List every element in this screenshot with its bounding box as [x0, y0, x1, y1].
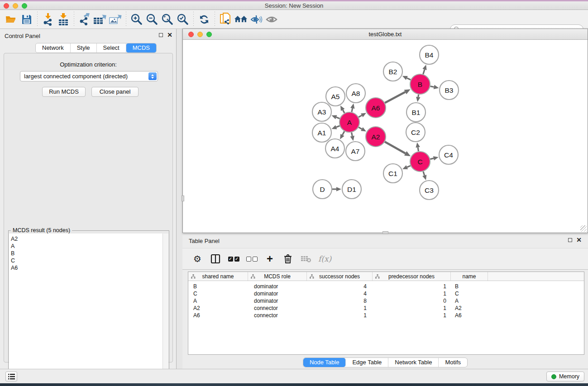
graph-node-label: A2 [372, 133, 380, 141]
column-header-name[interactable]: name [451, 272, 488, 281]
resize-grip[interactable] [580, 225, 587, 232]
criterion-value: largest connected component (directed) [24, 73, 128, 80]
tab-edge-table[interactable]: Edge Table [346, 358, 388, 367]
delete-icon[interactable] [282, 252, 294, 266]
column-header-shared-name[interactable]: shared name [188, 272, 248, 281]
list-item[interactable]: A [11, 243, 163, 250]
list-item[interactable]: B [11, 250, 163, 257]
graph-edge[interactable] [423, 69, 425, 74]
graph-edge[interactable] [430, 86, 434, 87]
import-table-icon[interactable] [56, 12, 71, 27]
import-network-icon[interactable] [40, 12, 56, 27]
zoom-fit-icon[interactable] [160, 12, 175, 27]
float-table-panel-icon[interactable] [568, 238, 572, 242]
graph-node-label: C [417, 158, 422, 166]
refresh-icon[interactable] [196, 12, 212, 27]
deselect-all-icon[interactable] [246, 252, 258, 266]
graph-node-label: B3 [445, 86, 454, 94]
hide-graphics-icon[interactable] [249, 12, 264, 27]
result-scrollbar[interactable] [163, 234, 168, 384]
graph-edge[interactable] [343, 110, 344, 113]
graph-node-label: A4 [331, 145, 339, 152]
export-image-icon[interactable] [108, 12, 123, 27]
node-table[interactable]: shared name MCDS role successor nodes pr… [188, 272, 584, 355]
mcds-result-list[interactable]: A2 A B C A6 [9, 234, 163, 384]
mcds-result-title: MCDS result (5 nodes) [11, 227, 72, 234]
open-folder-icon[interactable] [4, 12, 19, 27]
tab-style[interactable]: Style [71, 43, 97, 52]
close-panel-button[interactable]: Close panel [91, 87, 139, 97]
graph-edge[interactable] [385, 142, 406, 153]
graph-edge[interactable] [418, 148, 418, 152]
control-panel-title: Control Panel [5, 33, 40, 39]
column-header-predecessor-nodes[interactable]: predecessor nodes [373, 272, 451, 281]
edge-arrowhead-icon [416, 97, 421, 102]
memory-label: Memory [559, 373, 579, 380]
select-all-icon[interactable]: ✓✓ [228, 252, 239, 266]
table-row[interactable]: A6 connector 1 1 A6 [188, 312, 584, 319]
edge-arrowhead-icon [350, 103, 354, 109]
mcds-result-group: MCDS result (5 nodes) A2 A B C A6 [8, 230, 169, 385]
graph-edge[interactable] [336, 117, 340, 119]
save-icon[interactable] [19, 12, 34, 27]
graph-edge[interactable] [336, 126, 340, 127]
run-mcds-button[interactable]: Run MCDS [42, 87, 86, 97]
graph-edge[interactable] [359, 115, 362, 117]
tab-select[interactable]: Select [97, 43, 126, 52]
graph-node-label: B1 [412, 109, 421, 116]
memory-button[interactable]: Memory [546, 372, 584, 381]
graph-node-label: A3 [318, 108, 326, 116]
graph-edge[interactable] [423, 172, 425, 176]
tab-network-table[interactable]: Network Table [388, 358, 439, 367]
list-item[interactable]: A2 [11, 235, 163, 243]
export-table-icon[interactable] [92, 12, 108, 27]
task-history-button[interactable] [5, 372, 17, 381]
list-item[interactable]: A6 [11, 264, 163, 272]
window-side-handle[interactable] [182, 195, 184, 201]
column-header-successor-nodes[interactable]: successor nodes [307, 272, 373, 281]
close-panel-icon[interactable]: ✕ [167, 33, 172, 37]
graph-edge[interactable] [352, 133, 353, 136]
home-icon[interactable] [233, 12, 249, 27]
network-canvas[interactable]: B4B2BB3B1A5A8A3A6AA1C2A2A4A7CC4C1C3DD1 [183, 40, 587, 232]
add-column-icon[interactable]: + [264, 252, 276, 266]
table-row[interactable]: A2 connector 1 1 A2 [188, 305, 584, 312]
column-layout-icon[interactable] [210, 252, 221, 266]
list-icon [8, 374, 15, 380]
close-table-panel-icon[interactable]: ✕ [576, 238, 582, 242]
graph-edge[interactable] [407, 78, 411, 80]
graph-edge[interactable] [385, 92, 405, 103]
graph-edge[interactable] [359, 127, 362, 129]
window-bottom-handle[interactable] [382, 231, 388, 234]
table-row[interactable]: C dominator 4 1 C [188, 290, 584, 297]
tab-mcds[interactable]: MCDS [126, 43, 156, 52]
gear-icon[interactable]: ⚙ [191, 252, 203, 266]
column-header-mcds-role[interactable]: MCDS role [248, 272, 307, 281]
control-panel-tabs: Network Style Select MCDS [35, 43, 157, 53]
show-graphics-icon[interactable] [264, 12, 279, 27]
mcds-tab-content: Optimization criterion: largest connecte… [4, 53, 173, 362]
tab-network[interactable]: Network [36, 43, 71, 52]
export-network-icon[interactable] [77, 12, 92, 27]
float-panel-icon[interactable] [159, 33, 163, 37]
copy-network-icon[interactable] [218, 12, 233, 27]
graph-edge[interactable] [418, 95, 419, 97]
graph-node-label: A5 [331, 93, 340, 100]
zoom-out-icon[interactable] [144, 12, 160, 27]
list-item[interactable]: C [11, 257, 163, 264]
graph-edge[interactable] [407, 166, 411, 167]
zoom-in-icon[interactable] [129, 12, 144, 27]
tab-motifs[interactable]: Motifs [439, 358, 467, 367]
network-window-titlebar[interactable]: testGlobe.txt [183, 29, 588, 40]
tab-node-table[interactable]: Node Table [303, 358, 346, 367]
zoom-selected-icon[interactable] [175, 12, 191, 27]
graph-edge[interactable] [352, 108, 353, 112]
graph-edge[interactable] [430, 158, 434, 159]
table-row[interactable]: B dominator 4 1 B [188, 283, 584, 290]
table-panel: Table Panel ✕ ⚙ ✓✓ + f(x) [182, 235, 588, 369]
network-graph[interactable]: B4B2BB3B1A5A8A3A6AA1C2A2A4A7CC4C1C3DD1 [183, 40, 587, 232]
memory-status-icon [551, 374, 556, 379]
table-row[interactable]: A dominator 8 0 A [188, 297, 584, 305]
criterion-select[interactable]: largest connected component (directed) [20, 71, 158, 81]
graph-edge[interactable] [342, 131, 344, 135]
